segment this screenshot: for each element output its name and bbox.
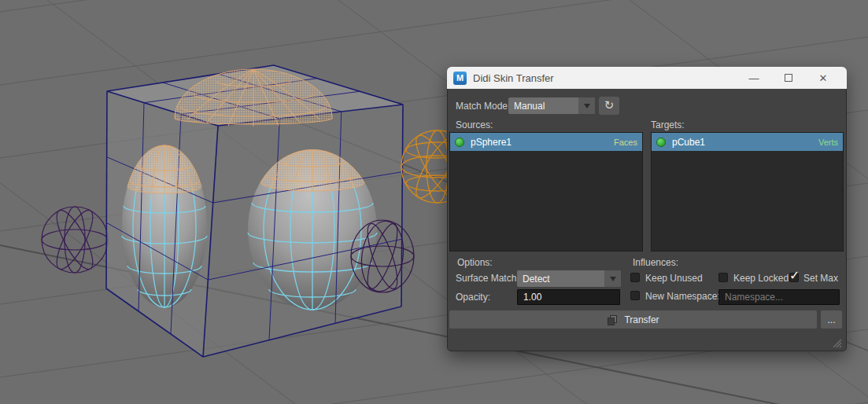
- match-mode-label: Match Mode:: [456, 101, 510, 112]
- options-group-label: Options:: [457, 257, 493, 268]
- target-name: pCube1: [672, 137, 705, 148]
- window-controls: — ✕: [737, 72, 840, 84]
- surface-match-value: Detect: [517, 274, 604, 285]
- sources-label: Sources:: [456, 119, 493, 130]
- targets-label: Targets:: [651, 119, 685, 130]
- resize-grip[interactable]: [831, 337, 842, 348]
- new-namespace-label: New Namespace:: [645, 291, 720, 302]
- title-bar[interactable]: M Didi Skin Transfer — ✕: [447, 67, 847, 89]
- maximize-button[interactable]: [771, 72, 806, 84]
- list-item-psphere1[interactable]: pSphere1 Faces: [450, 133, 642, 151]
- keep-unused-checkbox[interactable]: [630, 273, 640, 282]
- set-max-label: Set Max: [803, 273, 838, 284]
- target-mode-badge: Verts: [818, 138, 838, 147]
- transfer-button[interactable]: Transfer: [449, 310, 817, 329]
- set-max-checkbox[interactable]: ✓: [789, 273, 799, 282]
- close-button[interactable]: ✕: [806, 72, 840, 84]
- maya-app-icon: M: [453, 72, 467, 85]
- refresh-button[interactable]: ↻: [599, 97, 619, 115]
- match-mode-value: Manual: [508, 101, 578, 112]
- source-mode-badge: Faces: [614, 138, 637, 147]
- status-dot-icon: [656, 138, 666, 147]
- opacity-label: Opacity:: [456, 292, 490, 303]
- opacity-input[interactable]: [517, 289, 620, 305]
- didi-skin-transfer-window: M Didi Skin Transfer — ✕ Match Mode: Man…: [447, 67, 847, 351]
- targets-list[interactable]: pCube1 Verts: [651, 132, 844, 252]
- maximize-icon: [785, 74, 792, 82]
- namespace-input[interactable]: [718, 289, 840, 305]
- sources-list[interactable]: pSphere1 Faces: [449, 132, 643, 252]
- chevron-down-icon: [578, 97, 595, 114]
- transfer-button-label: Transfer: [624, 314, 659, 325]
- window-title: Didi Skin Transfer: [473, 72, 554, 84]
- chevron-down-icon: [604, 270, 621, 287]
- transfer-copy-icon: [607, 314, 618, 325]
- keep-locked-checkbox[interactable]: [718, 273, 728, 282]
- purple-wire-sphere-left: [42, 206, 108, 274]
- check-icon: ✓: [789, 268, 800, 283]
- list-item-pcube1[interactable]: pCube1 Verts: [652, 133, 843, 151]
- dialog-body: Match Mode: Manual ↻ Sources: Targets: p…: [447, 89, 847, 351]
- more-options-button[interactable]: ...: [821, 310, 842, 329]
- status-dot-icon: [455, 138, 464, 147]
- surface-match-label: Surface Match:: [456, 273, 519, 284]
- keep-locked-label: Keep Locked: [733, 273, 789, 284]
- surface-match-dropdown[interactable]: Detect: [517, 270, 621, 287]
- source-name: pSphere1: [471, 137, 512, 148]
- screen: { "window": { "title": "Didi Skin Transf…: [0, 0, 868, 404]
- minimize-button[interactable]: —: [737, 72, 771, 84]
- influences-group-label: Influences:: [633, 257, 678, 268]
- match-mode-dropdown[interactable]: Manual: [508, 97, 595, 114]
- new-namespace-checkbox[interactable]: [630, 291, 640, 300]
- keep-unused-label: Keep Unused: [645, 273, 703, 284]
